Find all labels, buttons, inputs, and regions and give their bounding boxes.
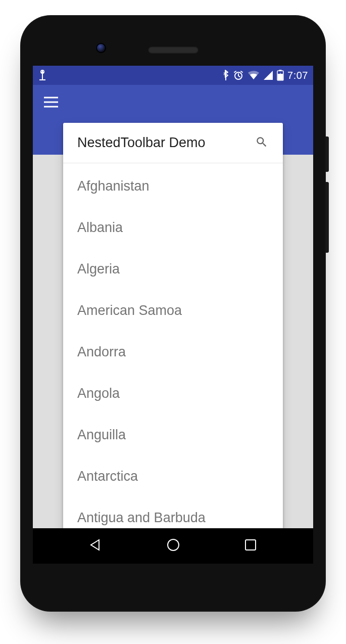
list-item[interactable]: Angola bbox=[63, 373, 283, 414]
home-icon bbox=[166, 537, 181, 555]
front-camera bbox=[96, 43, 106, 53]
cell-signal-icon bbox=[263, 70, 273, 80]
search-icon bbox=[255, 135, 268, 151]
svg-point-0 bbox=[40, 70, 44, 74]
status-bar: 7:07 bbox=[33, 66, 313, 85]
svg-rect-4 bbox=[39, 79, 45, 80]
nested-toolbar: NestedToolbar Demo bbox=[63, 123, 283, 163]
battery-charging-icon bbox=[277, 70, 284, 81]
list-item-label: Andorra bbox=[77, 344, 126, 360]
search-button[interactable] bbox=[251, 132, 273, 154]
list-item-label: Antigua and Barbuda bbox=[77, 510, 206, 526]
recents-button[interactable] bbox=[235, 531, 266, 561]
svg-rect-7 bbox=[279, 70, 282, 71]
list-item[interactable]: Afghanistan bbox=[63, 165, 283, 207]
list-item[interactable]: American Samoa bbox=[63, 290, 283, 331]
navigation-bar bbox=[33, 528, 313, 564]
wifi-icon bbox=[248, 70, 260, 80]
home-button[interactable] bbox=[158, 531, 188, 561]
list-item[interactable]: Algeria bbox=[63, 248, 283, 290]
recents-icon bbox=[244, 539, 257, 553]
menu-button[interactable] bbox=[40, 92, 62, 114]
side-button-power bbox=[326, 136, 329, 172]
list-item-label: Anguilla bbox=[77, 427, 126, 443]
back-icon bbox=[88, 538, 103, 554]
list-item[interactable]: Albania bbox=[63, 207, 283, 248]
list-item-label: American Samoa bbox=[77, 303, 182, 318]
alarm-icon bbox=[233, 70, 244, 81]
content-card: NestedToolbar Demo Afghanistan Albania A… bbox=[63, 123, 283, 540]
status-clock: 7:07 bbox=[287, 70, 308, 81]
list-item-label: Antarctica bbox=[77, 469, 138, 484]
list-item[interactable]: Andorra bbox=[63, 331, 283, 373]
list-item[interactable]: Anguilla bbox=[63, 414, 283, 455]
usb-debug-icon bbox=[38, 69, 47, 81]
svg-point-2 bbox=[43, 71, 44, 72]
country-list[interactable]: Afghanistan Albania Algeria American Sam… bbox=[63, 163, 283, 540]
list-item-label: Albania bbox=[77, 220, 123, 236]
back-button[interactable] bbox=[80, 531, 111, 561]
svg-point-1 bbox=[41, 71, 42, 72]
list-item-label: Angola bbox=[77, 386, 120, 401]
bluetooth-icon bbox=[222, 70, 229, 81]
list-item[interactable]: Antarctica bbox=[63, 455, 283, 497]
nested-toolbar-title: NestedToolbar Demo bbox=[77, 135, 251, 151]
list-item-label: Algeria bbox=[77, 261, 120, 277]
screen: 7:07 NestedToolbar Demo bbox=[33, 66, 313, 564]
earpiece-speaker bbox=[148, 47, 199, 54]
svg-point-12 bbox=[168, 539, 179, 550]
list-item-label: Afghanistan bbox=[77, 178, 150, 194]
hamburger-icon bbox=[44, 97, 58, 110]
svg-rect-3 bbox=[42, 74, 43, 80]
phone-frame: 7:07 NestedToolbar Demo bbox=[20, 15, 326, 612]
side-button-volume bbox=[326, 182, 329, 253]
svg-rect-13 bbox=[245, 540, 256, 550]
